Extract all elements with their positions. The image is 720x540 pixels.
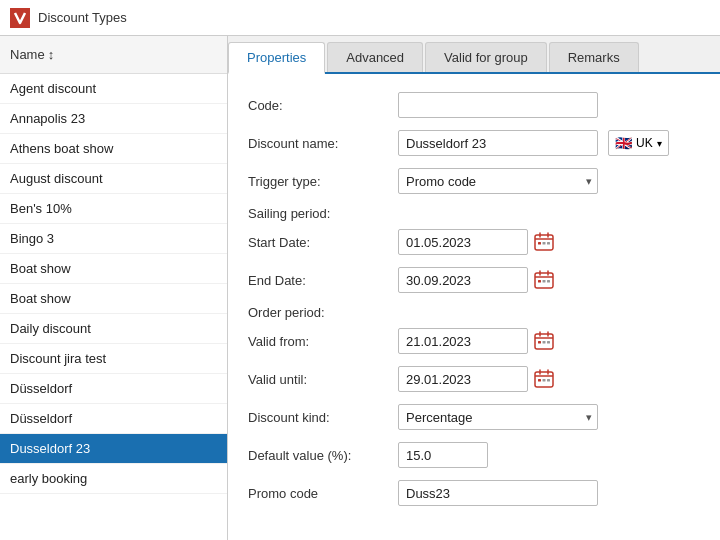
list-item[interactable]: Annapolis 23: [0, 104, 227, 134]
column-header: Name: [10, 47, 45, 62]
list-item[interactable]: Dusseldorf 23: [0, 434, 227, 464]
svg-rect-12: [547, 280, 550, 283]
promo-code-row: Promo code: [248, 480, 700, 506]
svg-rect-3: [538, 242, 541, 245]
sidebar-header: Name ↕: [0, 36, 227, 74]
valid-from-input[interactable]: [398, 328, 528, 354]
svg-rect-19: [547, 341, 550, 344]
list-item[interactable]: Athens boat show: [0, 134, 227, 164]
code-row: Code:: [248, 92, 700, 118]
lang-dropdown-icon: ▾: [657, 138, 662, 149]
default-value-label: Default value (%):: [248, 448, 388, 463]
svg-rect-4: [543, 242, 546, 245]
discount-kind-label: Discount kind:: [248, 410, 388, 425]
svg-rect-26: [547, 379, 550, 382]
code-label: Code:: [248, 98, 388, 113]
trigger-type-select-wrapper: Promo code Automatic Manual ▾: [398, 168, 598, 194]
start-date-label: Start Date:: [248, 235, 388, 250]
end-date-label: End Date:: [248, 273, 388, 288]
promo-code-input[interactable]: [398, 480, 598, 506]
discount-name-row: Discount name: 🇬🇧 UK ▾: [248, 130, 700, 156]
lang-code: UK: [636, 136, 653, 150]
list-item[interactable]: early booking: [0, 464, 227, 494]
tab-advanced[interactable]: Advanced: [327, 42, 423, 72]
tab-valid-for-group[interactable]: Valid for group: [425, 42, 547, 72]
right-panel: PropertiesAdvancedValid for groupRemarks…: [228, 36, 720, 540]
valid-from-calendar-icon[interactable]: [532, 329, 556, 353]
svg-rect-11: [543, 280, 546, 283]
list-item[interactable]: Agent discount: [0, 74, 227, 104]
start-date-wrapper: [398, 229, 556, 255]
svg-rect-17: [538, 341, 541, 344]
valid-until-wrapper: [398, 366, 556, 392]
end-date-input[interactable]: [398, 267, 528, 293]
language-button[interactable]: 🇬🇧 UK ▾: [608, 130, 669, 156]
title-bar: Discount Types: [0, 0, 720, 36]
window-title: Discount Types: [38, 10, 127, 25]
svg-rect-10: [538, 280, 541, 283]
trigger-type-label: Trigger type:: [248, 174, 388, 189]
properties-form: Code: Discount name: 🇬🇧 UK ▾ Trigger typ…: [228, 74, 720, 540]
discount-kind-row: Discount kind: Percentage Fixed amount F…: [248, 404, 700, 430]
svg-rect-24: [538, 379, 541, 382]
end-date-row: End Date:: [248, 267, 700, 293]
code-input[interactable]: [398, 92, 598, 118]
discount-name-input[interactable]: [398, 130, 598, 156]
default-value-row: Default value (%):: [248, 442, 700, 468]
list-item[interactable]: Boat show: [0, 284, 227, 314]
sailing-period-label: Sailing period:: [248, 206, 700, 221]
start-date-input[interactable]: [398, 229, 528, 255]
trigger-type-row: Trigger type: Promo code Automatic Manua…: [248, 168, 700, 194]
tab-remarks[interactable]: Remarks: [549, 42, 639, 72]
svg-rect-18: [543, 341, 546, 344]
promo-code-label: Promo code: [248, 486, 388, 501]
app-icon: [10, 8, 30, 28]
start-date-calendar-icon[interactable]: [532, 230, 556, 254]
end-date-calendar-icon[interactable]: [532, 268, 556, 292]
list-item[interactable]: Daily discount: [0, 314, 227, 344]
sidebar-list: Agent discountAnnapolis 23Athens boat sh…: [0, 74, 227, 540]
valid-until-label: Valid until:: [248, 372, 388, 387]
list-item[interactable]: August discount: [0, 164, 227, 194]
svg-rect-25: [543, 379, 546, 382]
sidebar: Name ↕ Agent discountAnnapolis 23Athens …: [0, 36, 228, 540]
list-item[interactable]: Boat show: [0, 254, 227, 284]
order-period-label: Order period:: [248, 305, 700, 320]
sort-icon[interactable]: ↕: [48, 47, 55, 62]
flag-icon: 🇬🇧: [615, 135, 632, 151]
list-item[interactable]: Ben's 10%: [0, 194, 227, 224]
trigger-type-select[interactable]: Promo code Automatic Manual: [398, 168, 598, 194]
valid-until-row: Valid until:: [248, 366, 700, 392]
list-item[interactable]: Discount jira test: [0, 344, 227, 374]
valid-from-row: Valid from:: [248, 328, 700, 354]
main-content: Name ↕ Agent discountAnnapolis 23Athens …: [0, 36, 720, 540]
start-date-row: Start Date:: [248, 229, 700, 255]
svg-rect-5: [547, 242, 550, 245]
tab-properties[interactable]: Properties: [228, 42, 325, 74]
list-item[interactable]: Düsseldorf: [0, 404, 227, 434]
valid-until-input[interactable]: [398, 366, 528, 392]
discount-name-label: Discount name:: [248, 136, 388, 151]
end-date-wrapper: [398, 267, 556, 293]
valid-from-label: Valid from:: [248, 334, 388, 349]
list-item[interactable]: Düsseldorf: [0, 374, 227, 404]
discount-kind-select[interactable]: Percentage Fixed amount Free days: [398, 404, 598, 430]
valid-from-wrapper: [398, 328, 556, 354]
valid-until-calendar-icon[interactable]: [532, 367, 556, 391]
tabs-bar: PropertiesAdvancedValid for groupRemarks: [228, 36, 720, 74]
default-value-input[interactable]: [398, 442, 488, 468]
discount-kind-select-wrapper: Percentage Fixed amount Free days ▾: [398, 404, 598, 430]
list-item[interactable]: Bingo 3: [0, 224, 227, 254]
